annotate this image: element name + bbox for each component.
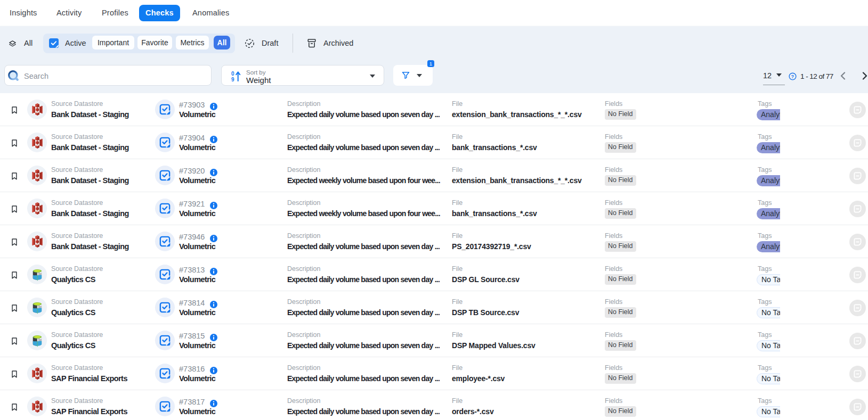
svg-text:?: ? [791,74,794,79]
svg-text:9: 9 [231,77,234,82]
svg-text:0: 0 [231,71,234,77]
